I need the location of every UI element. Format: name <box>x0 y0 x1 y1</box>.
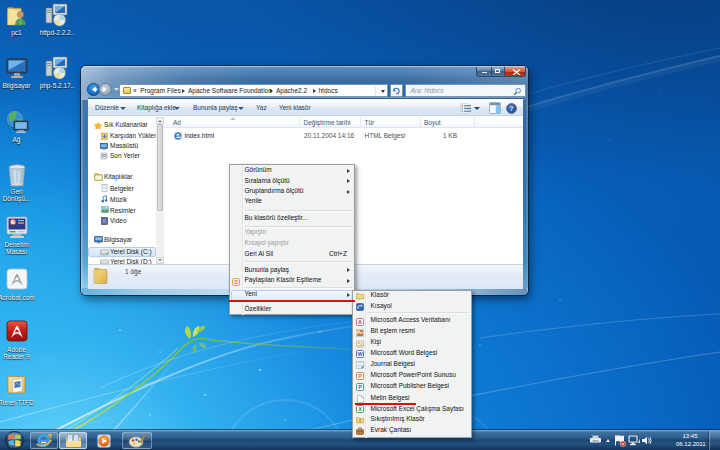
svg-text:A: A <box>358 319 362 325</box>
svg-text:P: P <box>358 384 362 390</box>
svg-text:W: W <box>357 351 363 357</box>
svg-text:X: X <box>358 407 362 413</box>
svg-text:P: P <box>358 374 362 380</box>
svg-text:S: S <box>233 279 237 285</box>
svg-text:?: ? <box>509 105 513 112</box>
